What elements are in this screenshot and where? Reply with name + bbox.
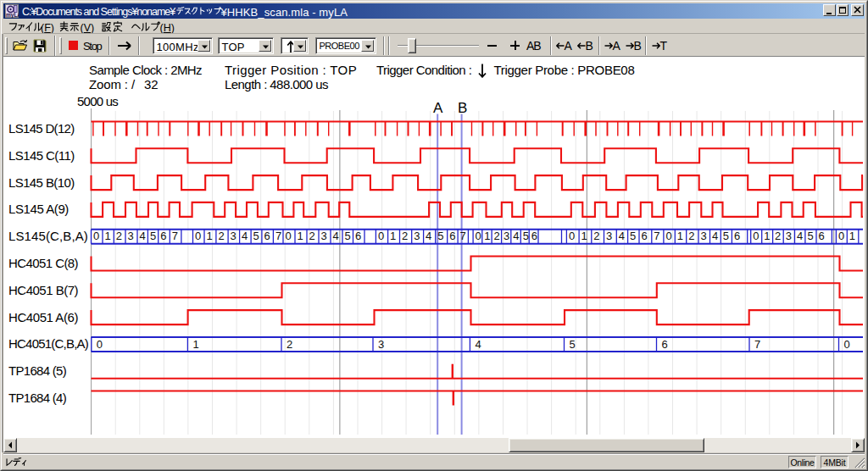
svg-text:1: 1 xyxy=(849,230,855,242)
svg-text:7: 7 xyxy=(172,230,178,242)
svg-text:0: 0 xyxy=(838,230,844,242)
svg-text:3: 3 xyxy=(321,230,327,242)
svg-text:1: 1 xyxy=(298,230,303,242)
svg-text:5: 5 xyxy=(345,230,351,242)
svg-text:5: 5 xyxy=(150,230,156,242)
svg-text:5: 5 xyxy=(437,230,443,242)
svg-text:2: 2 xyxy=(309,230,315,242)
svg-text:4: 4 xyxy=(242,230,248,242)
svg-text:5: 5 xyxy=(253,230,259,242)
svg-text:0: 0 xyxy=(844,338,850,351)
svg-text:7: 7 xyxy=(754,338,760,351)
svg-text:6: 6 xyxy=(160,230,166,242)
svg-text:0: 0 xyxy=(569,230,575,242)
svg-text:6: 6 xyxy=(819,230,825,242)
svg-text:4: 4 xyxy=(426,230,431,242)
svg-text:0: 0 xyxy=(665,230,671,242)
svg-text:0: 0 xyxy=(286,230,292,242)
svg-text:4: 4 xyxy=(475,338,481,351)
svg-text:2: 2 xyxy=(494,230,500,242)
svg-text:6: 6 xyxy=(734,230,740,242)
svg-text:6: 6 xyxy=(662,338,668,351)
svg-text:3: 3 xyxy=(606,230,612,242)
svg-text:1: 1 xyxy=(192,338,198,351)
svg-text:1: 1 xyxy=(484,230,490,242)
svg-text:1: 1 xyxy=(677,230,683,242)
svg-text:0: 0 xyxy=(195,230,201,242)
svg-text:7: 7 xyxy=(654,230,659,242)
svg-text:5: 5 xyxy=(807,230,813,242)
svg-text:6: 6 xyxy=(355,230,361,242)
svg-text:6: 6 xyxy=(264,230,270,242)
svg-text:0: 0 xyxy=(97,338,103,351)
svg-text:2: 2 xyxy=(593,230,599,242)
svg-text:4: 4 xyxy=(619,230,625,242)
svg-text:1: 1 xyxy=(390,230,396,242)
svg-text:3: 3 xyxy=(414,230,420,242)
svg-text:2: 2 xyxy=(218,230,224,242)
svg-text:0: 0 xyxy=(476,230,481,242)
svg-text:7: 7 xyxy=(460,230,466,242)
svg-text:5: 5 xyxy=(723,230,729,242)
svg-text:3: 3 xyxy=(786,230,792,242)
svg-text:6: 6 xyxy=(449,230,455,242)
svg-text:3: 3 xyxy=(504,230,509,242)
svg-text:6: 6 xyxy=(642,230,648,242)
svg-text:2: 2 xyxy=(287,338,292,351)
svg-text:4: 4 xyxy=(797,230,803,242)
svg-text:1: 1 xyxy=(207,230,213,242)
svg-text:5: 5 xyxy=(630,230,636,242)
svg-text:4: 4 xyxy=(140,230,146,242)
svg-text:2: 2 xyxy=(402,230,408,242)
svg-text:7: 7 xyxy=(275,230,281,242)
svg-text:6: 6 xyxy=(531,230,537,242)
svg-text:5: 5 xyxy=(523,230,529,242)
svg-text:4: 4 xyxy=(333,230,339,242)
svg-text:0: 0 xyxy=(93,230,99,242)
svg-text:2: 2 xyxy=(775,230,781,242)
svg-text:3: 3 xyxy=(128,230,134,242)
svg-text:3: 3 xyxy=(378,338,384,351)
svg-text:4: 4 xyxy=(712,230,718,242)
svg-text:0: 0 xyxy=(378,230,384,242)
svg-text:0: 0 xyxy=(753,230,759,242)
svg-text:3: 3 xyxy=(231,230,236,242)
svg-text:1: 1 xyxy=(105,230,111,242)
svg-text:1: 1 xyxy=(764,230,770,242)
svg-text:2: 2 xyxy=(116,230,122,242)
svg-text:3: 3 xyxy=(701,230,707,242)
svg-text:4: 4 xyxy=(513,230,519,242)
svg-text:1: 1 xyxy=(581,230,587,242)
svg-text:2: 2 xyxy=(688,230,694,242)
svg-text:5: 5 xyxy=(570,338,576,351)
